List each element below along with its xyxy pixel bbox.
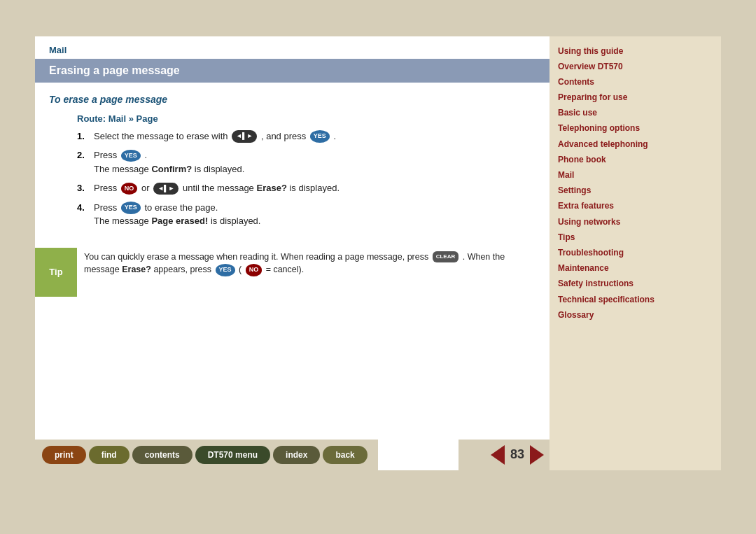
step-3: 3. Press NO or ◄▌► until the message Era… (77, 181, 536, 195)
right-sidebar: Using this guide Overview DT570 Contents… (550, 36, 721, 470)
sidebar-item-telephoning[interactable]: Telephoning options (558, 122, 713, 135)
back-button[interactable]: back (323, 446, 367, 464)
step-1: 1. Select the message to erase with ◄▌► … (77, 129, 536, 143)
content-main: Mail Erasing a page message To erase a p… (35, 36, 550, 470)
step-4: 4. Press YES to erase the page. The mess… (77, 201, 536, 228)
sidebar-item-basic-use[interactable]: Basic use (558, 106, 713, 120)
nav-button-step3: ◄▌► (153, 183, 178, 195)
outer-container: Mail Erasing a page message To erase a p… (0, 0, 756, 534)
step-4-content: Press YES to erase the page. The message… (94, 201, 536, 228)
find-button[interactable]: find (89, 446, 130, 464)
no-button-tip: NO (246, 264, 262, 276)
tip-label-box: Tip (35, 248, 77, 297)
sidebar-item-settings[interactable]: Settings (558, 184, 713, 197)
content-area: Mail Erasing a page message To erase a p… (35, 36, 550, 470)
step-3-content: Press NO or ◄▌► until the message Erase?… (94, 181, 536, 195)
route-path: Mail » Page (108, 113, 158, 124)
yes-button-step1a: YES (310, 130, 330, 143)
nav-button-step1: ◄▌► (232, 130, 257, 143)
sidebar-item-safety[interactable]: Safety instructions (558, 277, 713, 290)
clear-button-tip: CLEAR (433, 251, 459, 262)
main-layout: Mail Erasing a page message To erase a p… (35, 36, 721, 470)
sub-heading-text: To erase a page message (49, 94, 167, 105)
page-erased-text: Page erased! (151, 216, 208, 226)
steps-container: 1. Select the message to erase with ◄▌► … (35, 129, 550, 234)
sidebar-item-contents[interactable]: Contents (558, 76, 713, 89)
bottom-nav: print find contents DT570 menu index bac… (35, 440, 378, 470)
step-4-num: 4. (77, 201, 94, 215)
print-button[interactable]: print (42, 446, 86, 464)
yes-button-step4: YES (121, 202, 141, 214)
step-2-num: 2. (77, 148, 94, 162)
sidebar-item-maintenance[interactable]: Maintenance (558, 262, 713, 275)
step-1-num: 1. (77, 129, 94, 143)
page-number-area: 83 (458, 440, 550, 470)
dt570-menu-button[interactable]: DT570 menu (195, 446, 270, 464)
section-title: Erasing a page message (49, 64, 180, 76)
section-header: Erasing a page message (35, 59, 550, 83)
contents-button[interactable]: contents (132, 446, 192, 464)
prev-page-arrow[interactable] (491, 445, 505, 465)
page-number: 83 (510, 447, 524, 462)
index-button[interactable]: index (273, 446, 320, 464)
tip-content: You can quickly erase a message when rea… (77, 248, 536, 280)
step-3-num: 3. (77, 181, 94, 195)
erase-text-step3: Erase? (256, 183, 286, 193)
confirm-text: Confirm? (151, 164, 192, 174)
sidebar-item-preparing[interactable]: Preparing for use (558, 91, 713, 104)
step-2-content: Press YES . The message Confirm? is disp… (94, 148, 536, 176)
sidebar-item-advanced[interactable]: Advanced telephoning (558, 138, 713, 151)
sidebar-item-networks[interactable]: Using networks (558, 216, 713, 229)
route-line: Route: Mail » Page (35, 111, 550, 129)
sidebar-item-troubleshooting[interactable]: Troubleshooting (558, 246, 713, 260)
sidebar-item-mail[interactable]: Mail (558, 169, 713, 182)
sub-heading: To erase a page message (35, 90, 550, 111)
yes-button-step2: YES (121, 150, 141, 162)
yes-button-tip: YES (216, 264, 235, 276)
sidebar-item-overview[interactable]: Overview DT570 (558, 60, 713, 73)
step-1-content: Select the message to erase with ◄▌► , a… (94, 129, 536, 143)
sidebar-item-glossary[interactable]: Glossary (558, 309, 713, 322)
sidebar-item-extra[interactable]: Extra features (558, 199, 713, 213)
sidebar-item-using-this-guide[interactable]: Using this guide (558, 45, 713, 58)
route-label: Route: (77, 113, 106, 124)
step-2: 2. Press YES . The message Confirm? is d… (77, 148, 536, 176)
breadcrumb: Mail (35, 36, 550, 59)
erase-text-tip: Erase? (122, 265, 151, 274)
sidebar-item-tips[interactable]: Tips (558, 231, 713, 244)
sidebar-item-phone-book[interactable]: Phone book (558, 153, 713, 167)
no-button-step3: NO (121, 183, 138, 195)
breadcrumb-text: Mail (49, 45, 66, 55)
tip-section: Tip You can quickly erase a message when… (35, 241, 550, 304)
tip-label: Tip (49, 267, 62, 277)
sidebar-item-technical[interactable]: Technical specifications (558, 293, 713, 307)
next-page-arrow[interactable] (530, 445, 544, 465)
